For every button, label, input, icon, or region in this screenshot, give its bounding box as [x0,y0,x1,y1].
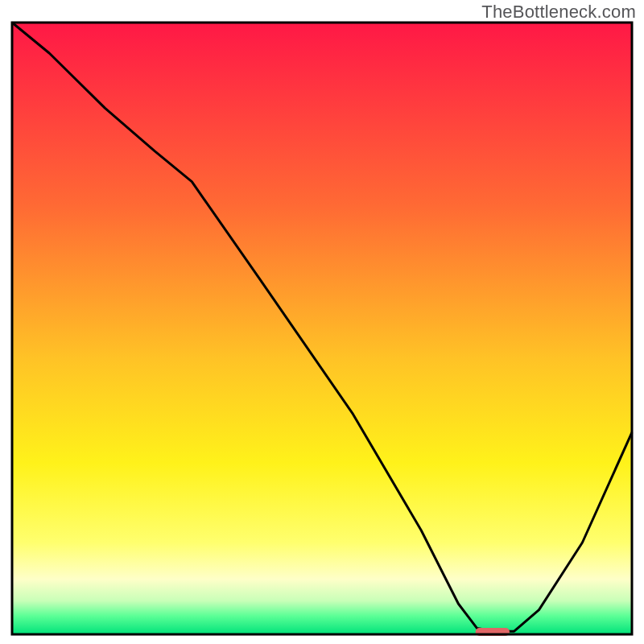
attribution-text: TheBottleneck.com [481,2,636,23]
chart-stage: TheBottleneck.com [0,0,644,644]
bottleneck-chart [0,0,644,644]
gradient-background [12,23,632,634]
